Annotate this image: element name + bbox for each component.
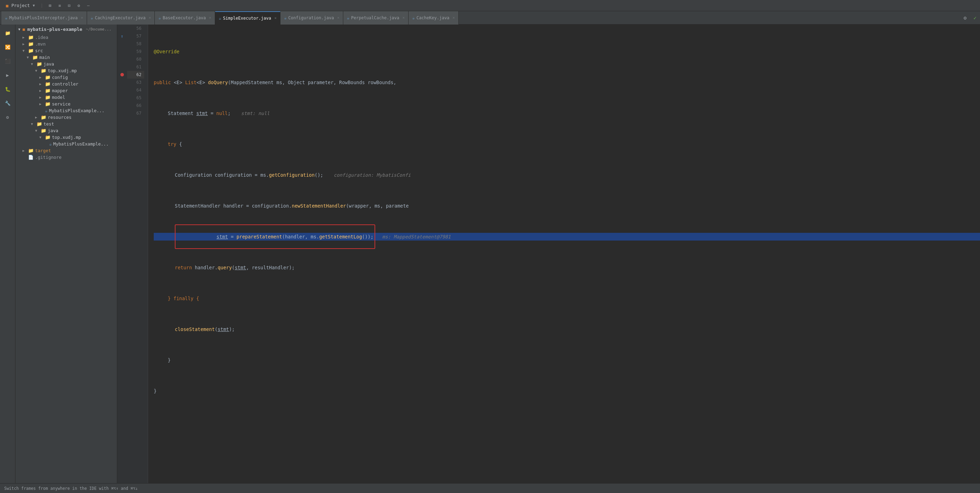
src-arrow: ▼ [22,49,27,52]
tab-mybatis-plus-interceptor[interactable]: ☕ MybatisPlusInterceptor.java × [2,11,87,25]
code-content: @Override public <E> List<E> doQuery(Map… [148,25,980,491]
ln-61: 61 [127,63,144,71]
gitignore-icon: 📄 [28,155,34,160]
file-tree-sidebar: ▼ ◼ mybatis-plus-example ~/Docume... ▶ 📁… [16,25,117,491]
idea-arrow: ▶ [22,35,27,39]
editor-tab-bar: ☕ MybatisPlusInterceptor.java × ☕ Cachin… [0,11,980,25]
stmt-code: Statement stmt = null; [154,109,231,117]
ln-60: 60 [127,55,144,63]
tree-test[interactable]: ▼ 📁 test [16,120,117,127]
project-dropdown-icon[interactable]: ▼ [33,3,35,7]
terminal-icon[interactable]: ⬛ [2,55,13,67]
tab-caching-executor[interactable]: ☕ CachingExecutor.java × [87,11,155,25]
tree-top-xudj-mp[interactable]: ▼ 📁 top.xudj.mp [16,67,117,74]
tab-close-1[interactable]: × [81,16,83,20]
top-xudj-arrow: ▼ [35,69,39,73]
tab-close-6[interactable]: × [402,16,405,20]
tree-idea[interactable]: ▶ 📁 .idea [16,34,117,41]
tab-label-3: BaseExecutor.java [163,16,206,21]
code-line-65: closeStatement(stmt); [154,325,980,333]
tab-cache-key[interactable]: ☕ CacheKey.java × [409,11,459,25]
menu-navigate[interactable]: ⊞ [46,0,54,11]
gutter-61 [117,63,127,71]
main-folder-icon: 📁 [32,55,38,60]
code-line-59: try { [154,140,980,148]
gutter-62 [117,71,127,79]
debug-icon[interactable]: 🐛 [2,84,13,95]
tree-mvn[interactable]: ▶ 📁 .mvn [16,41,117,48]
menu-minimize[interactable]: — [84,0,92,11]
highlighted-stmt-assign: stmt = prepareStatement(handler, ms.getS… [175,224,375,249]
top-xudj-icon: 📁 [41,68,46,73]
tree-mapper[interactable]: ▶ 📁 mapper [16,87,117,94]
version-control-icon[interactable]: 🔀 [2,41,13,52]
java-main-icon: 📁 [37,61,42,67]
tree-main[interactable]: ▼ 📁 main [16,54,117,61]
ln-59: 59 [127,48,144,55]
tab-icon-4: ☕ [219,16,221,21]
tree-mybatis-main-file[interactable]: ☕ MybatisPlusExample... [16,107,117,114]
tab-close-2[interactable]: × [149,16,151,20]
ln-57: 57 [127,32,144,40]
build-icon[interactable]: 🔧 [2,97,13,109]
tab-label-1: MybatisPlusInterceptor.java [9,16,78,21]
java-main-arrow: ▼ [31,62,35,66]
run-icon[interactable]: ▶ [2,70,13,81]
tab-label-6: PerpetualCache.java [351,16,399,21]
gutter-64 [117,86,127,94]
ln-64: 64 [127,86,144,94]
mapper-label: mapper [52,88,68,93]
mybatis-test-icon: ☕ [49,141,52,147]
ln-56: 56 [127,25,144,32]
line-numbers: 56 57 58 59 60 61 62 63 64 65 66 67 [127,25,148,491]
hint-config: configuration: MybatisConfi [334,171,410,179]
tree-java-main[interactable]: ▼ 📁 java [16,61,117,67]
gutter-57: ↑ [117,32,127,40]
editor-settings-icon[interactable]: ⚙ [960,15,970,21]
main-label: main [39,55,50,60]
ln-66: 66 [127,102,144,109]
mybatis-main-label: MybatisPlusExample... [49,108,105,113]
config-label: config [52,75,68,80]
tree-model[interactable]: ▶ 📁 model [16,94,117,101]
tree-service[interactable]: ▶ 📁 service [16,101,117,107]
tab-icon-6: ☕ [347,16,349,21]
handler-code: StatementHandler handler = configuration… [154,202,409,210]
project-view-icon[interactable]: 📁 [2,27,13,38]
java-test-arrow: ▼ [35,129,39,133]
status-text: Switch frames from anywhere in the IDE w… [4,486,138,491]
tree-src[interactable]: ▼ 📁 src [16,48,117,54]
tree-top-xudj-test[interactable]: ▼ 📁 top.xudj.mp [16,134,117,141]
tab-close-4[interactable]: × [275,16,277,21]
tab-close-7[interactable]: × [452,16,455,20]
tree-resources[interactable]: ▶ 📁 resources [16,114,117,120]
gutter-59 [117,48,127,55]
menu-settings[interactable]: ⚙ [75,0,83,11]
close-stmt-code: closeStatement(stmt); [154,325,235,333]
editor-checkmark-icon[interactable]: ✓ [970,15,980,21]
tree-java-test[interactable]: ▼ 📁 java [16,127,117,134]
annotation-override: @Override [154,48,179,55]
menu-expand[interactable]: ⊟ [65,0,73,11]
tree-config[interactable]: ▶ 📁 config [16,74,117,81]
project-expand-arrow[interactable]: ▼ [18,27,21,31]
mapper-icon: 📁 [45,88,51,93]
settings-icon[interactable]: ⚙ [2,111,13,123]
tab-close-5[interactable]: × [337,16,339,20]
tab-base-executor[interactable]: ☕ BaseExecutor.java × [155,11,215,25]
tree-controller[interactable]: ▶ 📁 controller [16,81,117,87]
stmt-assign-code: stmt = prepareStatement(handler, ms.getS… [154,224,451,249]
tab-close-3[interactable]: × [209,16,211,20]
tab-simple-executor[interactable]: ☕ SimpleExecutor.java × [215,11,280,25]
java-test-label: java [48,128,58,133]
menu-hierarchy[interactable]: ≡ [56,0,64,11]
tab-configuration[interactable]: ☕ Configuration.java × [280,11,343,25]
tree-gitignore[interactable]: 📄 .gitignore [16,154,117,160]
tab-perpetual-cache[interactable]: ☕ PerpetualCache.java × [343,11,409,25]
gutter-65 [117,94,127,102]
tree-mybatis-test-file[interactable]: ☕ MybatisPlusExample... [16,141,117,147]
tree-target[interactable]: ▶ 📁 target [16,147,117,154]
idea-label: .idea [35,35,48,40]
resources-arrow: ▶ [35,115,39,119]
code-line-67: } [154,387,980,395]
